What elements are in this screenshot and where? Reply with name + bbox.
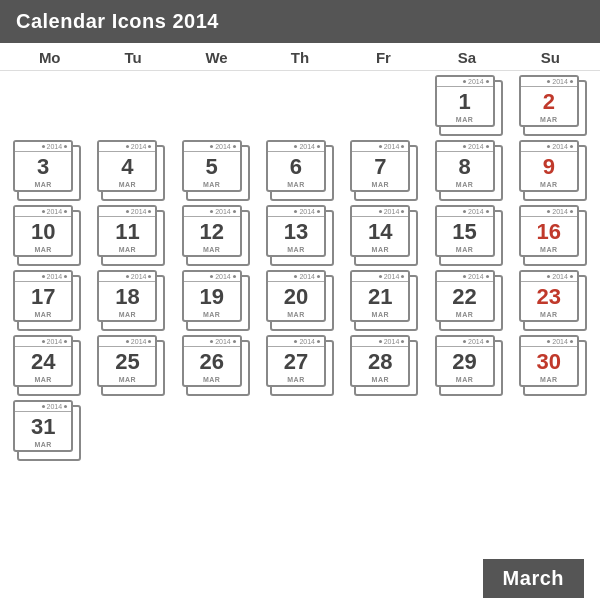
calendar-day-cell[interactable]: 201425MAR [90,335,172,397]
calendar-day-cell[interactable]: 201410MAR [6,205,88,267]
cal-month-label: MAR [268,376,324,385]
empty-cell [427,400,509,462]
empty-cell [90,400,172,462]
calendar-icon: 201423MAR [519,270,587,332]
cal-day-number: 26 [184,348,240,376]
calendar-day-cell[interactable]: 201428MAR [343,335,425,397]
calendar-day-cell[interactable]: 201431MAR [6,400,88,462]
calendar-icon: 201413MAR [266,205,334,267]
calendar-day-cell[interactable]: 201426MAR [175,335,257,397]
weekdays-row: MoTuWeThFrSaSu [0,43,600,71]
cal-year: 2014 [215,338,231,345]
calendar-day-cell[interactable]: 20142MAR [512,75,594,137]
calendar-day-cell[interactable]: 20144MAR [90,140,172,202]
calendar-day-cell[interactable]: 201417MAR [6,270,88,332]
cal-year: 2014 [47,273,63,280]
cal-day-number: 5 [184,153,240,181]
calendar-icon: 201417MAR [13,270,81,332]
calendar-icon: 201427MAR [266,335,334,397]
calendar-icon: 20143MAR [13,140,81,202]
weekday-label: Tu [91,49,174,66]
calendar-day-cell[interactable]: 201415MAR [427,205,509,267]
calendar-icon: 201414MAR [350,205,418,267]
cal-day-number: 13 [268,218,324,246]
calendar-grid: 20141MAR20142MAR20143MAR20144MAR20145MAR… [0,71,600,466]
calendar-day-cell[interactable]: 201423MAR [512,270,594,332]
cal-day-number: 4 [99,153,155,181]
cal-year: 2014 [468,78,484,85]
calendar-day-cell[interactable]: 201412MAR [175,205,257,267]
cal-month-label: MAR [521,181,577,190]
cal-month-label: MAR [437,246,493,255]
calendar-day-cell[interactable]: 201418MAR [90,270,172,332]
calendar-day-cell[interactable]: 201414MAR [343,205,425,267]
cal-month-label: MAR [352,376,408,385]
cal-day-number: 22 [437,283,493,311]
empty-cell [259,75,341,137]
calendar-icon: 20148MAR [435,140,503,202]
cal-day-number: 9 [521,153,577,181]
calendar-icon: 201410MAR [13,205,81,267]
weekday-label: We [175,49,258,66]
cal-year: 2014 [215,208,231,215]
cal-month-label: MAR [184,376,240,385]
calendar-day-cell[interactable]: 20143MAR [6,140,88,202]
cal-month-label: MAR [184,181,240,190]
calendar-day-cell[interactable]: 201424MAR [6,335,88,397]
weekday-label: Mo [8,49,91,66]
calendar-icon: 20145MAR [182,140,250,202]
calendar-day-cell[interactable]: 20148MAR [427,140,509,202]
cal-year: 2014 [47,143,63,150]
calendar-icon: 201412MAR [182,205,250,267]
cal-day-number: 11 [99,218,155,246]
cal-year: 2014 [47,208,63,215]
cal-year: 2014 [468,273,484,280]
calendar-day-cell[interactable]: 201422MAR [427,270,509,332]
calendar-day-cell[interactable]: 201427MAR [259,335,341,397]
empty-cell [6,75,88,137]
cal-month-label: MAR [521,376,577,385]
calendar-day-cell[interactable]: 201419MAR [175,270,257,332]
cal-day-number: 31 [15,413,71,441]
cal-day-number: 25 [99,348,155,376]
calendar-day-cell[interactable]: 20145MAR [175,140,257,202]
cal-month-label: MAR [521,246,577,255]
cal-year: 2014 [131,273,147,280]
cal-year: 2014 [552,143,568,150]
calendar-day-cell[interactable]: 201421MAR [343,270,425,332]
calendar-day-cell[interactable]: 201413MAR [259,205,341,267]
cal-month-label: MAR [437,376,493,385]
cal-month-label: MAR [15,181,71,190]
cal-month-label: MAR [15,311,71,320]
calendar-day-cell[interactable]: 20147MAR [343,140,425,202]
calendar-day-cell[interactable]: 201420MAR [259,270,341,332]
calendar-day-cell[interactable]: 201430MAR [512,335,594,397]
calendar-day-cell[interactable]: 20146MAR [259,140,341,202]
calendar-day-cell[interactable]: 20149MAR [512,140,594,202]
cal-day-number: 29 [437,348,493,376]
cal-month-label: MAR [521,311,577,320]
cal-day-number: 24 [15,348,71,376]
calendar-day-cell[interactable]: 20141MAR [427,75,509,137]
cal-day-number: 1 [437,88,493,116]
calendar-icon: 201424MAR [13,335,81,397]
calendar-icon: 201428MAR [350,335,418,397]
cal-year: 2014 [468,208,484,215]
cal-year: 2014 [131,338,147,345]
cal-month-label: MAR [15,441,71,450]
cal-day-number: 19 [184,283,240,311]
calendar-day-cell[interactable]: 201416MAR [512,205,594,267]
empty-cell [175,400,257,462]
calendar-day-cell[interactable]: 201429MAR [427,335,509,397]
cal-day-number: 12 [184,218,240,246]
cal-month-label: MAR [268,311,324,320]
calendar-icon: 20142MAR [519,75,587,137]
cal-month-label: MAR [99,376,155,385]
cal-year: 2014 [215,143,231,150]
calendar-icon: 201431MAR [13,400,81,462]
calendar-day-cell[interactable]: 201411MAR [90,205,172,267]
cal-year: 2014 [384,338,400,345]
cal-month-label: MAR [352,246,408,255]
cal-month-label: MAR [184,311,240,320]
cal-month-label: MAR [521,116,577,125]
